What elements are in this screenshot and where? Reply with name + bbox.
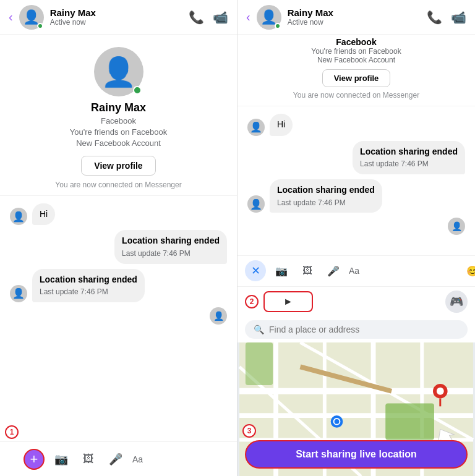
left-profile-name: Rainy Max [91,101,146,114]
right-header-info: Rainy Max Active now [288,7,427,27]
right-view-profile-button[interactable]: View profile [322,69,391,87]
right-close-button[interactable]: ✕ [245,260,266,281]
left-camera-icon: 📷 [54,453,68,466]
left-profile-platform: Facebook [101,116,136,127]
right-sent-location-title: Location sharing ended [360,146,458,158]
left-mic-button[interactable]: 🎤 [105,449,126,470]
right-search-bar: 🔍 [245,320,468,339]
right-emoji-button[interactable]: 😊 [462,260,475,281]
table-row: 👤 [10,307,227,325]
right-avatar-icon: 👤 [260,9,277,25]
right-contact-status: Active now [288,18,427,27]
right-msg-avatar-icon: 👤 [250,121,262,133]
table-row: 👤 Location sharing ended Last update 7:4… [10,269,227,302]
right-emoji-icon: 😊 [466,265,475,277]
right-image-icon: 🖼 [302,265,312,276]
right-search-input[interactable] [269,325,459,334]
left-profile-online-dot [133,86,142,95]
left-messages-area: 👤 Hi Location sharing ended Last update … [0,196,237,441]
left-view-profile-button[interactable]: View profile [81,156,155,176]
left-mic-icon: 🎤 [109,453,122,466]
left-plus-button[interactable]: + [24,449,45,470]
right-online-indicator [275,23,281,29]
right-text-input[interactable] [349,266,457,276]
right-camera-icon: 📷 [275,265,288,277]
left-header-avatar: 👤 [19,5,44,30]
left-profile-avatar: 👤 [94,47,143,96]
left-recv-location-sub: Last update 7:46 PM [40,287,137,297]
left-sent-avatar-placeholder: 👤 [210,307,227,325]
left-header-actions: 📞 📹 [189,10,228,25]
right-gamepad-button[interactable]: 🎮 [445,291,468,313]
left-msg-avatar-icon: 👤 [12,211,25,223]
left-image-button[interactable]: 🖼 [78,449,99,470]
right-sent-avatar-placeholder: 👤 [448,218,465,235]
right-msg-avatar: 👤 [247,119,265,136]
left-avatar-icon: 👤 [23,9,40,25]
left-camera-button[interactable]: 📷 [51,449,72,470]
left-text-input[interactable] [132,454,241,464]
right-sent-location-bubble: Location sharing ended Last update 7:46 … [353,141,465,174]
right-recv-location-sub: Last update 7:46 PM [277,198,375,208]
right-header-actions: 📞 📹 [427,10,466,25]
left-image-icon: 🖼 [83,453,94,465]
svg-point-15 [335,419,340,423]
right-contact-name: Rainy Max [288,7,427,18]
left-call-button[interactable]: 📞 [189,10,204,25]
svg-rect-10 [385,403,434,440]
right-profile-info: Facebook You're friends on Facebook New … [238,35,475,106]
right-sent-location-sub: Last update 7:46 PM [360,159,458,169]
table-row: 👤 [247,218,465,235]
left-input-bar: 1 + 📷 🖼 🎤 😊 👍 [0,441,237,476]
right-friends-line1: You're friends on Facebook [247,47,465,56]
table-row: Location sharing ended Last update 7:46 … [10,230,227,263]
left-profile-avatar-icon: 👤 [101,55,136,88]
right-map-area: 3 Start sharing live location [238,342,475,477]
search-icon: 🔍 [254,325,264,334]
left-back-button[interactable]: ‹ [9,10,13,24]
left-recv-avatar: 👤 [10,285,27,302]
svg-rect-11 [246,342,273,385]
right-friends-line2: New Facebook Account [247,56,465,64]
right-call-button[interactable]: 📞 [427,10,442,25]
left-panel: ‹ 👤 Rainy Max Active now 📞 📹 👤 Rainy Max… [0,0,238,476]
right-gamepad-icon: 🎮 [450,295,463,308]
right-platform-label: Facebook [247,37,465,47]
right-header: ‹ 👤 Rainy Max Active now 📞 📹 [238,0,475,35]
right-location-nav-button[interactable]: ► [263,291,313,312]
left-friends-line2: New Facebook Account [76,138,161,149]
left-friends-line1: You're friends on Facebook [70,127,167,138]
left-online-indicator [37,23,43,29]
left-header: ‹ 👤 Rainy Max Active now 📞 📹 [0,0,237,35]
left-video-button[interactable]: 📹 [213,10,228,25]
annotation-1: 1 [5,425,19,439]
right-recv-location-bubble: Location sharing ended Last update 7:46 … [270,179,382,213]
right-video-button[interactable]: 📹 [451,10,466,25]
right-mic-icon: 🎤 [327,265,340,277]
left-header-info: Rainy Max Active now [50,7,189,27]
right-image-button[interactable]: 🖼 [297,260,318,281]
annotation-3: 3 [242,424,256,438]
left-recv-location-bubble: Location sharing ended Last update 7:46 … [32,269,145,302]
right-mic-button[interactable]: 🎤 [323,260,344,281]
left-recv-location-title: Location sharing ended [40,274,137,286]
right-panel: ‹ 👤 Rainy Max Active now 📞 📹 Facebook Yo… [238,0,475,476]
right-location-toolbar: 2 ► 🎮 [238,286,475,317]
table-row: 👤 Hi [10,203,227,226]
right-start-sharing-button[interactable]: Start sharing live location [245,440,468,469]
left-contact-status: Active now [50,18,189,27]
right-recv-avatar: 👤 [247,195,265,213]
right-start-sharing-label: Start sharing live location [296,449,417,460]
right-messages-area: 👤 Hi Location sharing ended Last update … [238,106,475,255]
right-back-button[interactable]: ‹ [246,10,250,24]
right-input-bar: ✕ 📷 🖼 🎤 😊 👍 [238,255,475,286]
right-camera-button[interactable]: 📷 [271,260,292,281]
left-sent-avatar-placeholder-icon: 👤 [213,311,224,321]
left-sent-location-sub: Last update 7:46 PM [122,249,220,259]
left-connected-text: You are now connected on Messenger [55,181,181,189]
right-nav-icon: ► [283,296,293,307]
table-row: Location sharing ended Last update 7:46 … [247,141,465,174]
left-sent-location-bubble: Location sharing ended Last update 7:46 … [114,230,227,263]
svg-point-17 [437,387,444,394]
left-recv-avatar-icon: 👤 [12,287,25,299]
